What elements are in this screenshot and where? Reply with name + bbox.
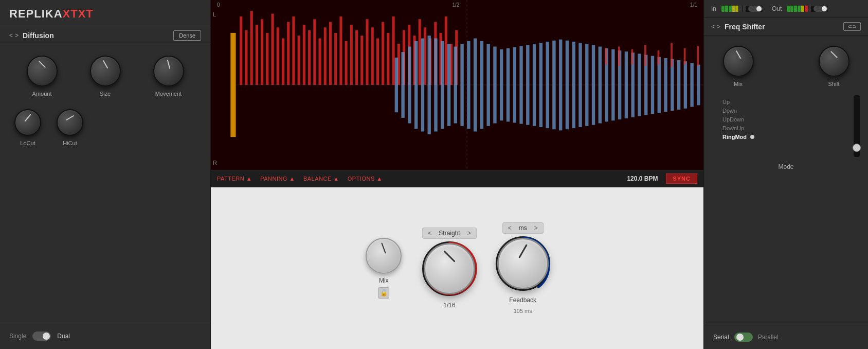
right-knobs-row: Mix Shift — [704, 36, 868, 91]
svg-rect-23 — [345, 41, 348, 85]
knob-size[interactable] — [90, 56, 121, 86]
svg-rect-82 — [638, 54, 641, 116]
nav-arrows[interactable]: < > — [9, 32, 19, 39]
out-meter-seg-6 — [805, 6, 808, 12]
nav-prev-right[interactable]: < — [711, 23, 715, 30]
svg-rect-45 — [395, 58, 398, 112]
knob-feedback[interactable] — [497, 238, 549, 289]
svg-rect-99 — [697, 46, 699, 65]
knob-size-container: Size — [90, 56, 121, 97]
ms-mode-selector[interactable]: < ms > — [502, 222, 544, 234]
knob-locut[interactable] — [14, 109, 41, 136]
toggle-switch-left[interactable] — [32, 331, 51, 341]
knob-amount[interactable] — [27, 56, 58, 86]
svg-rect-69 — [552, 41, 555, 129]
svg-rect-14 — [298, 36, 300, 85]
svg-rect-10 — [277, 27, 279, 85]
mode-area: Up Down UpDown DownUp RingMod — [704, 91, 868, 161]
bpm-label: BPM — [644, 175, 658, 182]
panning-arrow: ▲ — [290, 176, 295, 182]
slider-thumb[interactable] — [853, 144, 861, 152]
mode-list: Up Down UpDown DownUp RingMod — [712, 95, 848, 144]
out-label: Out — [772, 5, 782, 12]
options-btn[interactable]: OPTIONS ▲ — [348, 176, 383, 182]
svg-rect-37 — [419, 19, 421, 85]
nav-next-left[interactable]: > — [15, 32, 19, 39]
svg-rect-42 — [445, 16, 447, 85]
knob-time[interactable] — [424, 243, 475, 294]
knob-right-mix[interactable] — [723, 46, 754, 77]
nav-next-right[interactable]: > — [717, 23, 720, 30]
balance-btn[interactable]: BALANCE ▲ — [303, 176, 339, 182]
diffusion-title: Diffusion — [23, 31, 173, 40]
ms-mode-label: ms — [516, 224, 530, 232]
mode-downup[interactable]: DownUp — [722, 125, 838, 132]
slider-track[interactable] — [854, 95, 860, 157]
svg-rect-97 — [671, 43, 673, 67]
in-meter-seg-3 — [729, 6, 732, 12]
app-version-text: XT — [78, 7, 94, 21]
knob-movement[interactable] — [153, 56, 184, 86]
svg-rect-6 — [256, 25, 258, 85]
app-name: REPLIKA — [9, 7, 63, 21]
knob-mix-bottom-indicator — [382, 242, 386, 253]
svg-rect-3 — [240, 16, 242, 85]
knob-shift[interactable] — [819, 46, 849, 77]
panning-btn[interactable]: PANNING ▲ — [260, 176, 295, 182]
out-meter-seg-2 — [790, 6, 793, 12]
out-meter-seg-7 — [808, 6, 811, 12]
app-version: XT — [63, 7, 78, 21]
svg-rect-93 — [618, 46, 620, 65]
nav-arrows-right[interactable]: < > — [711, 23, 720, 30]
straight-mode-selector[interactable]: < Straight > — [422, 228, 476, 239]
serial-label: Serial — [713, 334, 729, 341]
toggle-thumb-left — [43, 333, 50, 340]
mix-knob-container: Mix 🔓 — [366, 238, 402, 299]
knob-hicut[interactable] — [57, 109, 83, 136]
svg-rect-75 — [592, 45, 595, 125]
filter-knobs-row: LoCut HiCut — [0, 101, 210, 154]
freq-badge[interactable]: ⊂⊃ — [843, 22, 861, 31]
lock-icon[interactable]: 🔓 — [378, 287, 389, 299]
sync-button[interactable]: SYNC — [666, 173, 697, 184]
knob-hicut-label: HiCut — [63, 140, 77, 146]
svg-rect-67 — [539, 43, 542, 127]
svg-rect-46 — [401, 52, 404, 118]
channel-r-label: R — [213, 160, 217, 166]
svg-rect-5 — [250, 11, 253, 85]
straight-next-arrow[interactable]: > — [467, 230, 471, 237]
mode-ringmod[interactable]: RingMod — [722, 133, 838, 141]
knob-locut-indicator — [24, 114, 31, 121]
preset-badge-left[interactable]: Dense — [173, 30, 201, 41]
svg-rect-26 — [360, 36, 363, 85]
svg-rect-66 — [533, 44, 536, 126]
knob-mix-bottom[interactable] — [366, 238, 402, 274]
ms-prev-arrow[interactable]: < — [508, 224, 512, 232]
right-top-bar: In Out — [704, 0, 868, 18]
mode-down[interactable]: Down — [722, 107, 838, 114]
toggle-switch-right[interactable] — [734, 333, 753, 342]
svg-rect-24 — [350, 25, 353, 85]
ms-next-arrow[interactable]: > — [534, 224, 538, 232]
mode-up[interactable]: Up — [722, 98, 838, 106]
in-meter-seg-1 — [721, 6, 725, 12]
svg-rect-16 — [308, 30, 311, 85]
pattern-label: PATTERN — [217, 176, 244, 182]
nav-prev-left[interactable]: < — [9, 32, 13, 39]
svg-rect-84 — [651, 56, 654, 114]
knob-right-mix-label: Mix — [734, 81, 743, 87]
svg-rect-64 — [519, 46, 522, 124]
diffusion-header: < > Diffusion Dense — [0, 26, 210, 45]
svg-rect-56 — [467, 41, 470, 129]
svg-rect-49 — [421, 39, 424, 132]
feedback-sublabel: 105 ms — [514, 308, 532, 314]
mix-bottom-label: Mix — [379, 277, 389, 284]
svg-rect-78 — [611, 49, 614, 120]
freq-header: < > Freq Shifter ⊂⊃ — [704, 18, 868, 36]
svg-rect-4 — [245, 30, 247, 85]
straight-prev-arrow[interactable]: < — [428, 230, 431, 237]
lock-icon-container[interactable]: 🔓 — [378, 287, 389, 299]
mode-updown[interactable]: UpDown — [722, 116, 838, 123]
pattern-btn[interactable]: PATTERN ▲ — [217, 176, 252, 182]
svg-rect-12 — [287, 22, 290, 85]
